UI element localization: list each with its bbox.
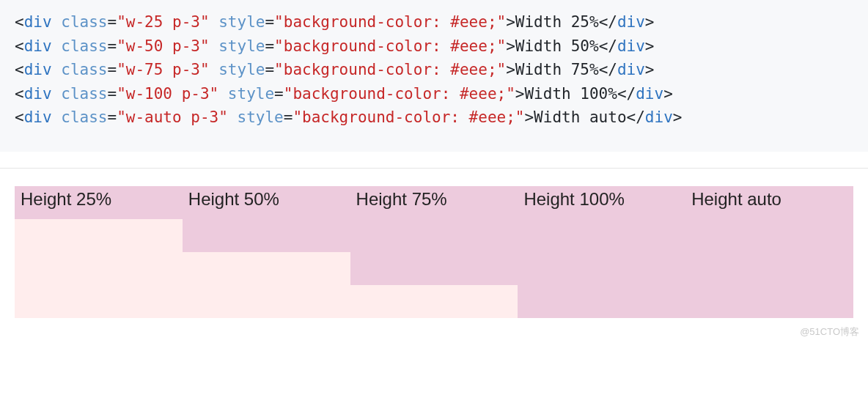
height-demo-container: Height 25%Height 50%Height 75%Height 100… (15, 186, 853, 318)
height-label: Height 75% (356, 189, 447, 209)
height-example: Height 25%Height 50%Height 75%Height 100… (15, 186, 853, 318)
height-label: Height 50% (188, 189, 279, 209)
height-box-4: Height auto (685, 186, 853, 318)
height-label: Height 100% (523, 189, 624, 209)
code-block: <div class="w-25 p-3" style="background-… (0, 0, 868, 152)
watermark: @51CTO博客 (0, 325, 868, 339)
height-box-2: Height 75% (350, 186, 518, 285)
height-label: Height 25% (21, 189, 111, 209)
height-box-1: Height 50% (183, 186, 350, 252)
section-divider (0, 168, 868, 169)
height-label: Height auto (691, 189, 781, 209)
height-box-0: Height 25% (15, 186, 183, 219)
height-box-3: Height 100% (518, 186, 685, 318)
